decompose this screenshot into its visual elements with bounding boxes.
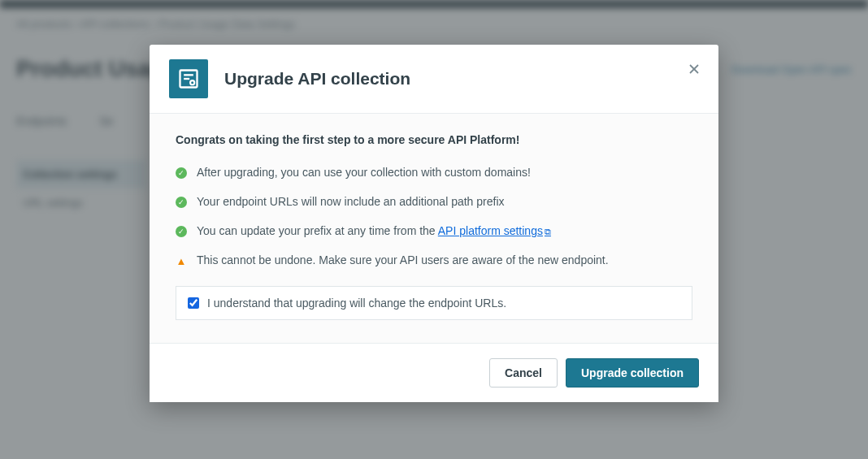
bullet-custom-domains: ✓ After upgrading, you can use your coll…	[176, 166, 692, 179]
modal-footer: Cancel Upgrade collection	[150, 343, 718, 402]
bullet-text: After upgrading, you can use your collec…	[197, 166, 531, 179]
svg-point-3	[190, 80, 194, 84]
collection-icon	[169, 59, 208, 98]
bullet-text: Your endpoint URLs will now include an a…	[197, 195, 505, 208]
check-icon: ✓	[176, 167, 187, 179]
external-link-icon: ⧉	[545, 227, 551, 236]
bullet-warning: ▲ This cannot be undone. Make sure your …	[176, 253, 692, 266]
warning-icon: ▲	[176, 255, 187, 266]
congrats-text: Congrats on taking the first step to a m…	[176, 133, 692, 146]
check-icon: ✓	[176, 226, 187, 237]
bullet-prefix-text: You can update your prefix at any time f…	[197, 224, 438, 237]
check-icon: ✓	[176, 197, 187, 208]
bullet-text: You can update your prefix at any time f…	[197, 224, 551, 237]
modal-overlay: Upgrade API collection Congrats on takin…	[0, 0, 868, 459]
confirm-checkbox[interactable]	[188, 297, 199, 309]
upgrade-button[interactable]: Upgrade collection	[566, 358, 699, 388]
upgrade-modal: Upgrade API collection Congrats on takin…	[150, 45, 718, 402]
api-platform-settings-link[interactable]: API platform settings⧉	[438, 224, 551, 237]
modal-header: Upgrade API collection	[150, 45, 718, 114]
cancel-button[interactable]: Cancel	[489, 358, 558, 388]
bullet-path-prefix: ✓ Your endpoint URLs will now include an…	[176, 195, 692, 208]
confirm-box[interactable]: I understand that upgrading will change …	[176, 286, 692, 320]
bullet-text: This cannot be undone. Make sure your AP…	[197, 253, 609, 266]
bullet-update-prefix: ✓ You can update your prefix at any time…	[176, 224, 692, 237]
modal-body: Congrats on taking the first step to a m…	[150, 114, 718, 343]
confirm-label: I understand that upgrading will change …	[207, 297, 506, 310]
close-icon[interactable]	[686, 61, 702, 77]
modal-title: Upgrade API collection	[224, 69, 410, 89]
